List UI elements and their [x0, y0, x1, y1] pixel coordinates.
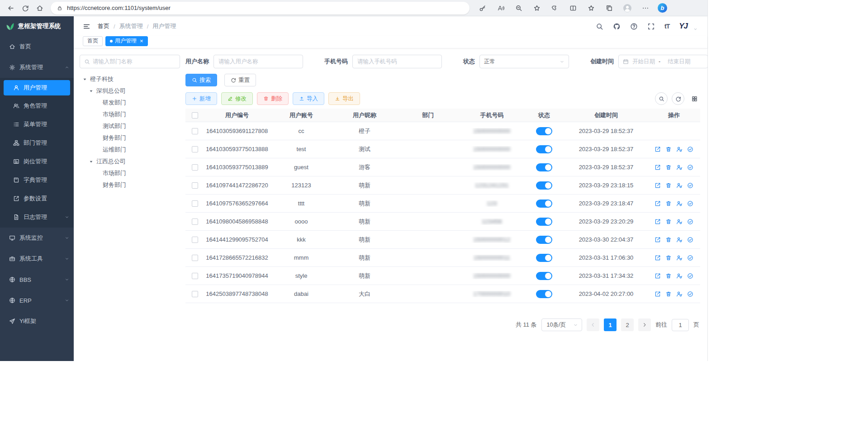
font-size-icon[interactable]: tT — [664, 23, 669, 30]
select-all-checkbox[interactable] — [192, 112, 198, 119]
edit-icon-button[interactable] — [655, 146, 661, 152]
import-button[interactable]: 导入 — [293, 92, 324, 105]
browser-home-button[interactable] — [33, 1, 47, 15]
reset-password-icon-button[interactable] — [676, 146, 683, 152]
address-bar[interactable]: https://ccnetcore.com:1101/system/user — [51, 2, 470, 14]
tree-node[interactable]: 研发部门 — [80, 97, 180, 109]
sidebar-item[interactable]: 用户管理 — [4, 80, 70, 95]
tree-node[interactable]: 财务部门 — [80, 179, 180, 191]
add-button[interactable]: 新增 — [185, 92, 217, 105]
sidebar-item[interactable]: BBS — [0, 269, 74, 290]
avatar-dropdown-caret-icon[interactable] — [693, 27, 697, 31]
tab-close-icon[interactable]: × — [140, 38, 143, 44]
add-favorite-icon[interactable] — [529, 1, 545, 15]
username-input[interactable] — [213, 55, 303, 68]
breadcrumb-item[interactable]: 用户管理 — [152, 22, 176, 30]
status-toggle[interactable] — [536, 254, 552, 262]
phone-input[interactable] — [352, 55, 442, 68]
caret-down-icon[interactable] — [89, 89, 96, 94]
extensions-icon[interactable] — [547, 1, 563, 15]
split-screen-icon[interactable] — [565, 1, 581, 15]
sidebar-collapse-button[interactable] — [83, 23, 90, 30]
dept-search-input[interactable] — [93, 58, 175, 65]
date-range-picker[interactable]: 开始日期 - 结束日期 — [618, 55, 707, 68]
delete-icon-button[interactable] — [665, 255, 672, 261]
read-aloud-icon[interactable] — [493, 1, 508, 15]
assign-role-icon-button[interactable] — [687, 219, 693, 225]
page-button[interactable]: 2 — [621, 318, 634, 331]
assign-role-icon-button[interactable] — [687, 182, 693, 189]
github-icon[interactable] — [613, 23, 621, 30]
tree-node[interactable]: 市场部门 — [80, 167, 180, 179]
sidebar-item[interactable]: 角色管理 — [0, 96, 74, 115]
search-button[interactable]: 搜索 — [185, 74, 217, 86]
tree-node[interactable]: 运维部门 — [80, 144, 180, 156]
status-toggle[interactable] — [536, 145, 552, 153]
status-toggle[interactable] — [536, 218, 552, 226]
fullscreen-icon[interactable] — [647, 23, 655, 30]
status-toggle[interactable] — [536, 272, 552, 280]
edit-icon-button[interactable] — [655, 273, 661, 279]
browser-settings-menu-icon[interactable] — [638, 1, 653, 15]
sidebar-item[interactable]: 部门管理 — [0, 133, 74, 152]
edit-icon-button[interactable] — [655, 200, 661, 207]
row-checkbox[interactable] — [192, 164, 198, 171]
breadcrumb-item[interactable]: 首页 — [98, 22, 109, 30]
sidebar-item[interactable]: 系统监控 — [0, 228, 74, 248]
tab[interactable]: 首页 — [83, 36, 103, 46]
reset-password-icon-button[interactable] — [676, 255, 683, 261]
tree-node[interactable]: 市场部门 — [80, 109, 180, 120]
reset-password-icon-button[interactable] — [676, 164, 683, 171]
collections-icon[interactable] — [602, 1, 617, 15]
status-toggle[interactable] — [536, 163, 552, 171]
row-checkbox[interactable] — [192, 219, 198, 225]
assign-role-icon-button[interactable] — [687, 146, 693, 152]
browser-back-button[interactable] — [4, 1, 18, 15]
delete-button[interactable]: 删除 — [257, 92, 289, 105]
assign-role-icon-button[interactable] — [687, 291, 693, 297]
sidebar-item[interactable]: 岗位管理 — [0, 152, 74, 171]
delete-icon-button[interactable] — [665, 164, 672, 171]
assign-role-icon-button[interactable] — [687, 273, 693, 279]
password-key-icon[interactable] — [475, 1, 490, 15]
sidebar-item[interactable]: 字典管理 — [0, 171, 74, 189]
reset-password-icon-button[interactable] — [676, 291, 683, 297]
delete-icon-button[interactable] — [665, 219, 672, 225]
edit-button[interactable]: 修改 — [221, 92, 253, 105]
assign-role-icon-button[interactable] — [687, 255, 693, 261]
row-checkbox[interactable] — [192, 255, 198, 261]
page-size-select[interactable]: 10条/页 — [541, 318, 582, 331]
search-toggle-button[interactable] — [655, 92, 668, 105]
edit-icon-button[interactable] — [655, 237, 661, 243]
status-toggle[interactable] — [536, 200, 552, 208]
edit-icon-button[interactable] — [655, 291, 661, 297]
reset-password-icon-button[interactable] — [676, 182, 683, 189]
edit-icon-button[interactable] — [655, 164, 661, 171]
sidebar-item[interactable]: 菜单管理 — [0, 115, 74, 133]
header-search-icon[interactable] — [596, 23, 603, 30]
edit-icon-button[interactable] — [655, 182, 661, 189]
sidebar-item[interactable]: 参数设置 — [0, 189, 74, 208]
tree-node[interactable]: 测试部门 — [80, 120, 180, 132]
tab-active[interactable]: 用户管理× — [105, 36, 148, 46]
row-checkbox[interactable] — [192, 182, 198, 189]
help-icon[interactable] — [630, 23, 638, 30]
row-checkbox[interactable] — [192, 128, 198, 134]
tree-node[interactable]: 橙子科技 — [80, 73, 180, 85]
row-checkbox[interactable] — [192, 200, 198, 207]
browser-profile-avatar[interactable] — [620, 1, 635, 15]
goto-page-input[interactable] — [672, 319, 689, 331]
sidebar-item[interactable]: ERP — [0, 290, 74, 311]
tree-node[interactable]: 江西总公司 — [80, 156, 180, 167]
refresh-table-button[interactable] — [672, 92, 684, 105]
next-page-button[interactable] — [638, 318, 651, 331]
edit-icon-button[interactable] — [655, 219, 661, 225]
row-checkbox[interactable] — [192, 273, 198, 279]
reset-password-icon-button[interactable] — [676, 200, 683, 207]
tree-node[interactable]: 财务部门 — [80, 132, 180, 144]
assign-role-icon-button[interactable] — [687, 237, 693, 243]
row-checkbox[interactable] — [192, 146, 198, 152]
assign-role-icon-button[interactable] — [687, 200, 693, 207]
favorites-icon[interactable] — [583, 1, 599, 15]
export-button[interactable]: 导出 — [328, 92, 360, 105]
